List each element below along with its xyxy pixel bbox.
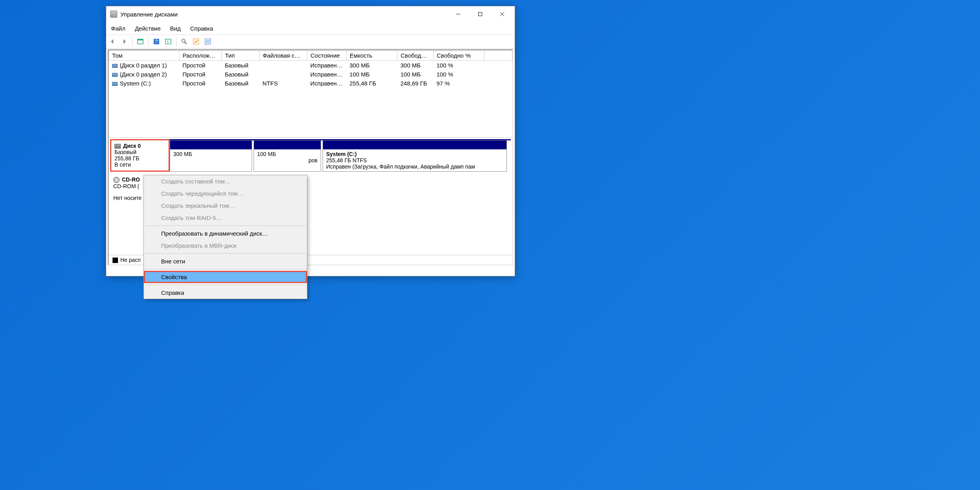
back-button[interactable] <box>108 37 117 46</box>
properties-button[interactable] <box>136 37 145 46</box>
svg-text:?: ? <box>155 39 158 44</box>
titlebar[interactable]: Управление дисками <box>106 6 515 22</box>
context-menu-separator <box>145 225 306 226</box>
col-layout[interactable]: Располож… <box>180 51 222 61</box>
volume-icon <box>112 82 118 86</box>
svg-line-10 <box>185 42 187 44</box>
col-status[interactable]: Состояние <box>307 51 347 61</box>
col-freepct[interactable]: Свободно % <box>434 51 485 61</box>
context-menu-item[interactable]: Свойства <box>144 271 307 283</box>
minimize-button[interactable] <box>447 7 469 21</box>
menubar: Файл Действие Вид Справка <box>106 22 515 34</box>
window-title: Управление дисками <box>120 11 447 18</box>
volume-row[interactable]: (Диск 0 раздел 1)ПростойБазовыйИсправен…… <box>109 61 512 70</box>
context-menu-separator <box>145 269 306 269</box>
col-capacity[interactable]: Емкость <box>347 51 397 61</box>
context-menu-item: Создать составной том… <box>144 175 307 187</box>
col-fs[interactable]: Файловая с… <box>260 51 307 61</box>
col-free[interactable]: Свобод… <box>397 51 434 61</box>
menu-view[interactable]: Вид <box>170 25 181 32</box>
col-type[interactable]: Тип <box>222 51 260 61</box>
toolbar-separator <box>132 37 132 46</box>
disk-type: Базовый <box>114 149 165 155</box>
volume-table: Том Располож… Тип Файловая с… Состояние … <box>109 50 512 88</box>
menu-action[interactable]: Действие <box>135 25 161 32</box>
disk-context-menu[interactable]: Создать составной том…Создать чередующий… <box>143 175 307 299</box>
context-menu-separator <box>145 253 306 254</box>
column-headers[interactable]: Том Располож… Тип Файловая с… Состояние … <box>109 51 512 61</box>
refresh-button[interactable] <box>163 37 173 46</box>
close-button[interactable] <box>491 7 513 21</box>
disk-name: Диск 0 <box>123 143 141 149</box>
col-volume[interactable]: Том <box>109 51 180 61</box>
svg-rect-1 <box>479 13 482 16</box>
context-menu-item: Создать зеркальный том… <box>144 200 307 212</box>
context-menu-item[interactable]: Преобразовать в динамический диск… <box>144 227 307 240</box>
volume-list[interactable]: Том Располож… Тип Файловая с… Состояние … <box>109 50 512 137</box>
svg-rect-5 <box>138 39 143 40</box>
svg-point-9 <box>182 39 185 42</box>
window-controls <box>447 7 513 21</box>
partition[interactable]: 100 МБров <box>254 140 321 172</box>
volume-icon <box>112 64 118 68</box>
context-menu-item: Создать том RAID-5… <box>144 212 307 224</box>
toolbar-separator <box>148 37 149 46</box>
menu-file[interactable]: Файл <box>111 25 125 32</box>
partition[interactable]: System (C:)255,48 ГБ NTFSИсправен (Загру… <box>323 140 507 172</box>
context-menu-separator <box>145 285 306 285</box>
volume-row[interactable]: System (C:)ПростойБазовыйNTFSИсправен…25… <box>109 79 512 88</box>
toolbar-separator <box>176 37 176 46</box>
menu-help[interactable]: Справка <box>190 25 213 32</box>
cdrom-name: CD-RO <box>122 176 140 183</box>
check-button[interactable] <box>191 37 201 46</box>
disk-0-row[interactable]: Диск 0 Базовый 255,88 ГБ В сети 300 МБ10… <box>110 139 511 172</box>
context-menu-item: Создать чередующийся том… <box>144 187 307 200</box>
volume-row[interactable]: (Диск 0 раздел 2)ПростойБазовыйИсправен…… <box>109 70 512 79</box>
context-menu-item[interactable]: Вне сети <box>144 255 307 267</box>
volume-icon <box>112 73 118 77</box>
partition[interactable]: 300 МБ <box>170 140 252 172</box>
forward-button[interactable] <box>120 37 129 46</box>
context-menu-item: Преобразовать в MBR-диск <box>144 240 307 252</box>
context-menu-item[interactable]: Справка <box>144 287 307 299</box>
maximize-button[interactable] <box>469 7 491 21</box>
cdrom-icon <box>113 177 120 183</box>
disk-0-header[interactable]: Диск 0 Базовый 255,88 ГБ В сети <box>110 139 170 172</box>
disk-size: 255,88 ГБ <box>114 155 165 162</box>
disk-status: В сети <box>114 162 165 168</box>
help-button[interactable]: ? <box>152 37 161 46</box>
rescan-button[interactable] <box>180 37 189 46</box>
app-icon <box>110 11 117 18</box>
toolbar: ? <box>106 34 515 49</box>
legend-label: Не расп <box>120 257 141 263</box>
disk-icon <box>114 144 121 149</box>
col-blank <box>485 51 512 61</box>
legend-swatch <box>113 258 118 263</box>
list-button[interactable] <box>203 37 212 46</box>
partition-strip: 300 МБ100 МБровSystem (C:)255,48 ГБ NTFS… <box>170 139 511 172</box>
